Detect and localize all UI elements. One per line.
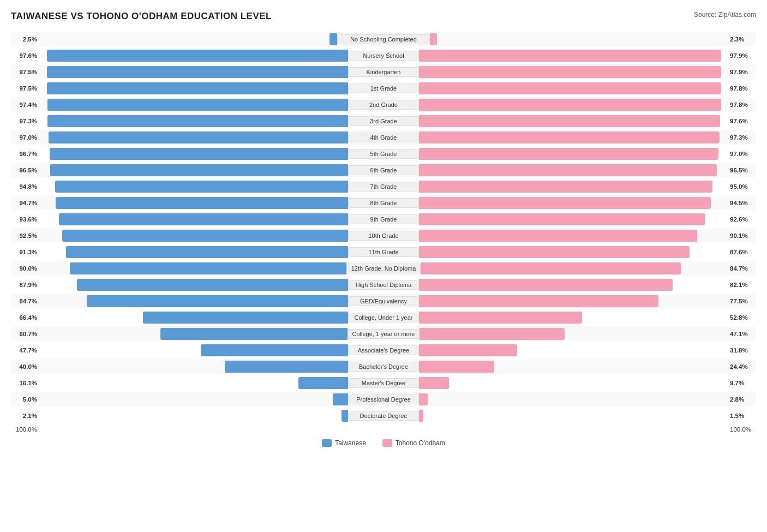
left-bar-wrap [39, 393, 348, 405]
chart-row: 84.7% GED/Equivalency 77.5% [11, 294, 756, 308]
chart-row: 94.7% 8th Grade 94.5% [11, 195, 756, 210]
right-value: 97.0% [728, 151, 756, 157]
right-value: 82.1% [728, 282, 756, 288]
left-bar-wrap [39, 230, 348, 242]
left-bar [47, 82, 348, 94]
legend-taiwanese-label: Taiwanese [335, 439, 366, 447]
right-value: 97.8% [728, 101, 756, 108]
right-bar-wrap [419, 312, 728, 324]
left-value: 97.3% [11, 118, 39, 124]
right-bar [419, 197, 711, 209]
chart-row: 2.1% Doctorate Degree 1.5% [11, 408, 756, 423]
right-bar [419, 148, 718, 160]
left-bar [49, 131, 348, 144]
left-bar [77, 279, 349, 291]
right-bar [419, 246, 690, 258]
right-value: 97.6% [728, 118, 756, 124]
right-value: 31.8% [728, 347, 756, 354]
right-value: 97.9% [728, 69, 756, 75]
left-bar-wrap [39, 164, 348, 176]
right-bar [419, 393, 428, 405]
center-label: High School Diploma [348, 280, 419, 290]
right-bar [419, 66, 721, 78]
left-value: 93.6% [11, 216, 39, 223]
right-bar-wrap [419, 344, 728, 356]
chart-row: 66.4% College, Under 1 year 52.8% [11, 310, 756, 325]
right-bar-wrap [419, 410, 728, 422]
right-bar-wrap [419, 377, 728, 389]
right-bar-wrap [419, 115, 728, 127]
center-label: 10th Grade [348, 231, 419, 241]
center-label: 7th Grade [348, 182, 419, 192]
legend-tohono-label: Tohono O'odham [396, 439, 445, 447]
right-bar [419, 410, 423, 422]
left-bar-wrap [39, 131, 348, 144]
left-bar [62, 230, 348, 242]
right-bar-wrap [419, 82, 728, 94]
right-bar [419, 213, 705, 225]
left-bar-wrap [39, 312, 348, 324]
right-bar-wrap [430, 33, 728, 45]
left-value: 97.5% [11, 85, 39, 92]
chart-row: 92.5% 10th Grade 90.1% [11, 228, 756, 243]
left-bar-wrap [39, 295, 348, 307]
left-bar [298, 377, 348, 389]
left-bar [59, 213, 348, 225]
center-label: 4th Grade [348, 133, 419, 142]
left-bar-wrap [39, 344, 348, 356]
left-bar [47, 50, 348, 62]
left-bar [47, 99, 348, 111]
right-value: 2.3% [728, 36, 756, 43]
left-bar [56, 197, 348, 209]
center-label: Nursery School [348, 51, 419, 61]
left-bar [55, 181, 348, 193]
center-label: 9th Grade [348, 214, 419, 224]
left-value: 97.6% [11, 52, 39, 59]
left-value: 87.9% [11, 282, 39, 288]
right-bar [419, 164, 717, 176]
right-value: 24.4% [728, 363, 756, 370]
left-value: 96.7% [11, 151, 39, 157]
left-bar-wrap [39, 148, 348, 160]
left-bar-wrap [39, 115, 348, 127]
right-bar-wrap [420, 328, 728, 340]
right-bar [419, 361, 494, 373]
right-bar [419, 312, 582, 324]
center-label: 6th Grade [348, 165, 419, 175]
left-value: 90.0% [11, 265, 39, 272]
right-value: 77.5% [728, 298, 756, 304]
right-bar [421, 262, 681, 274]
left-bar [160, 328, 347, 340]
right-value: 94.5% [728, 200, 756, 206]
left-bar [143, 312, 348, 324]
legend-taiwanese: Taiwanese [322, 439, 366, 447]
right-bar-wrap [421, 262, 728, 274]
chart-row: 90.0% 12th Grade, No Diploma 84.7% [11, 261, 756, 276]
chart-row: 97.4% 2nd Grade 97.8% [11, 97, 756, 112]
right-bar-wrap [419, 230, 728, 242]
left-value: 94.7% [11, 200, 39, 206]
right-value: 90.1% [728, 232, 756, 239]
left-bar-wrap [39, 361, 348, 373]
left-bar-wrap [39, 246, 348, 258]
right-bar [419, 50, 721, 62]
right-bar-wrap [419, 66, 728, 78]
left-bar-wrap [39, 213, 348, 225]
left-bar [50, 164, 348, 176]
chart-row: 47.7% Associate's Degree 31.8% [11, 343, 756, 357]
right-bar [419, 115, 720, 127]
center-label: Kindergarten [348, 67, 419, 77]
right-bar [419, 377, 449, 389]
right-value: 96.5% [728, 167, 756, 174]
left-bar-wrap [39, 82, 348, 94]
left-bar [66, 246, 348, 258]
left-value: 5.0% [11, 396, 39, 403]
right-bar-wrap [419, 131, 728, 144]
right-bar [430, 33, 437, 45]
right-bar-wrap [419, 361, 728, 373]
left-bar [341, 410, 348, 422]
left-value: 40.0% [11, 363, 39, 370]
left-value: 94.8% [11, 183, 39, 190]
right-bar-wrap [419, 295, 728, 307]
center-label: Associate's Degree [348, 345, 419, 355]
